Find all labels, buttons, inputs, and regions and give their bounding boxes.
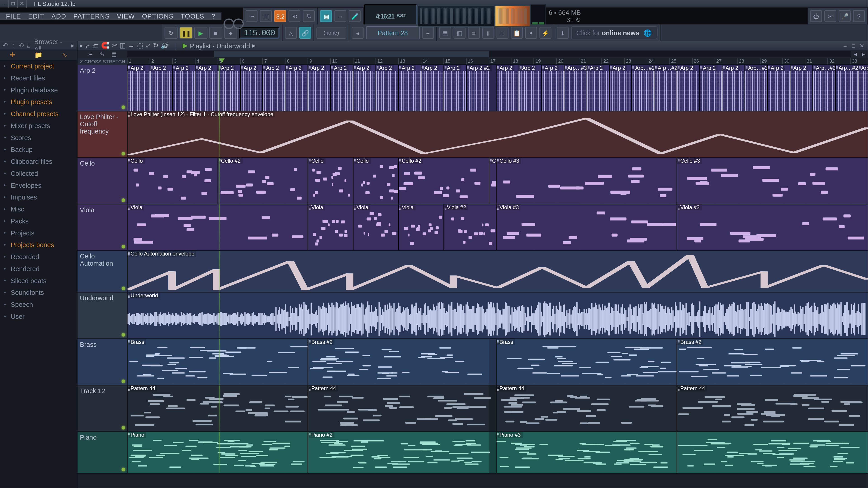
tag-icon[interactable]: 🏷 xyxy=(92,42,99,49)
clip[interactable]: Arp 2 xyxy=(150,65,172,111)
browser-item[interactable]: Plugin presets xyxy=(0,96,77,108)
browser-item[interactable]: Collected xyxy=(0,167,77,180)
browser-item[interactable]: Channel presets xyxy=(0,108,77,120)
clip[interactable]: Viola xyxy=(398,204,443,250)
playlist-home-icon[interactable]: ⌂ xyxy=(86,42,90,49)
sel2-icon[interactable]: ⬚ xyxy=(137,42,143,50)
clip[interactable]: Piano xyxy=(127,432,308,473)
clip[interactable]: Arp 2 xyxy=(677,65,700,111)
prev-pattern-button[interactable]: ◂ xyxy=(351,27,364,39)
browser-wave-icon[interactable]: ∿ xyxy=(62,51,67,59)
playlist-minimap[interactable] xyxy=(127,51,851,57)
clip[interactable]: Arp 2 xyxy=(172,65,195,111)
clip[interactable]: Viola #3 xyxy=(677,204,868,250)
clip[interactable]: Arp 2 xyxy=(398,65,421,111)
track-mute-dot[interactable] xyxy=(122,105,125,109)
mode-c-icon[interactable]: ▤ xyxy=(110,50,119,59)
mode-a-icon[interactable]: ⫘ xyxy=(86,50,94,59)
power-button[interactable]: ⏻ xyxy=(810,10,822,22)
clip[interactable]: Brass #2 xyxy=(677,339,868,385)
visualizer-spectrum[interactable] xyxy=(417,5,495,27)
track-header[interactable]: Brass xyxy=(78,339,127,385)
browser-item[interactable]: Current project xyxy=(0,60,77,72)
clip[interactable]: Cello xyxy=(127,158,217,204)
view-plugin-button[interactable]: 🧪 xyxy=(349,10,361,22)
playlist-menu-icon[interactable]: ▸ xyxy=(80,42,84,50)
clip[interactable]: Cello #2 xyxy=(217,158,308,204)
track-header[interactable]: Track 12 xyxy=(78,385,127,431)
next-pattern-button[interactable]: + xyxy=(422,27,434,39)
view-next-button[interactable]: → xyxy=(335,10,347,22)
clip[interactable]: Arp 2 xyxy=(443,65,466,111)
clip[interactable]: Pattern 44 xyxy=(496,385,677,431)
view-channelrack-button[interactable]: ▤ xyxy=(439,27,451,39)
menu-file[interactable]: FILE xyxy=(2,12,25,20)
snap-selector[interactable]: (none) xyxy=(316,27,346,39)
clip[interactable]: Arp 2 xyxy=(700,65,722,111)
track-lane[interactable]: PianoPiano #2Piano #3 xyxy=(127,432,868,473)
browser-item[interactable]: Sliced beats xyxy=(0,275,77,287)
sel-icon[interactable]: ◫ xyxy=(120,42,125,50)
track-header[interactable]: Cello xyxy=(78,158,127,204)
clip[interactable]: Arp 2 xyxy=(353,65,375,111)
track-lane[interactable]: Arp 2Arp 2Arp 2Arp 2Arp 2Arp 2Arp 2Arp 2… xyxy=(127,65,868,111)
browser-item[interactable]: Mixer presets xyxy=(0,120,77,132)
clip[interactable]: Cello Automation envelope xyxy=(127,251,868,292)
browser-item[interactable]: Misc xyxy=(0,203,77,215)
pattern-selector[interactable]: Pattern 28 xyxy=(366,26,420,39)
track-mute-dot[interactable] xyxy=(122,468,125,471)
magnet-icon[interactable]: 🧲 xyxy=(101,42,110,50)
clip[interactable]: Brass #2 xyxy=(308,339,489,385)
tool-misc-button[interactable]: ✦ xyxy=(525,27,537,39)
clip[interactable]: Arp…#3 xyxy=(745,65,767,111)
browser-item[interactable]: Plugin database xyxy=(0,84,77,96)
news-link[interactable]: Click for online news 🌐 xyxy=(571,26,657,39)
stop-button[interactable]: ■ xyxy=(209,27,222,39)
playlist-more-icon[interactable]: ▸ xyxy=(252,42,256,50)
track-mute-dot[interactable] xyxy=(122,287,125,290)
clip[interactable]: Arp 2 xyxy=(541,65,564,111)
speaker-icon[interactable]: 🔊 xyxy=(161,42,169,50)
playlist-tracks[interactable]: Arp 2Arp 2Arp 2Arp 2Arp 2Arp 2Arp 2Arp 2… xyxy=(78,65,868,488)
browser-item[interactable]: Soundfonts xyxy=(0,287,77,298)
browser-item[interactable]: Envelopes xyxy=(0,180,77,191)
menu-options[interactable]: OPTIONS xyxy=(138,12,177,20)
arrows-icon[interactable]: ↔ xyxy=(128,42,134,49)
browser-item[interactable]: Speech xyxy=(0,298,77,311)
clip[interactable]: Arp 2 xyxy=(790,65,812,111)
clip[interactable]: Love Philter (Insert 12) - Filter 1 - Cu… xyxy=(127,111,868,157)
browser-back-icon[interactable]: ↶ xyxy=(2,42,8,48)
track-lane[interactable]: Pattern 44Pattern 44Pattern 44Pattern 44 xyxy=(127,385,868,431)
minimap-viewport[interactable] xyxy=(214,51,489,57)
browser-item[interactable]: Scores xyxy=(0,132,77,144)
clip[interactable]: Arp 2 xyxy=(263,65,285,111)
clip[interactable]: Cello xyxy=(353,158,398,204)
browser-refresh-icon[interactable]: ⟲ xyxy=(18,42,24,48)
view-mixer2-button[interactable]: ⫼ xyxy=(496,27,508,39)
clip[interactable]: Cello #2 xyxy=(398,158,489,204)
menu-add[interactable]: ADD xyxy=(48,12,70,20)
help-button[interactable]: ? xyxy=(853,10,865,22)
sync-a-button[interactable]: ⤳ xyxy=(246,10,258,22)
zoom-icon[interactable]: ⤢ xyxy=(145,42,151,50)
sync-d-button[interactable]: ⧉ xyxy=(303,10,315,22)
sync-c-button[interactable]: ⟲ xyxy=(289,10,301,22)
track-mute-dot[interactable] xyxy=(122,245,125,249)
track-mute-dot[interactable] xyxy=(122,333,125,337)
clip[interactable]: Arp 2 xyxy=(375,65,398,111)
track-header[interactable]: Underworld xyxy=(78,293,127,338)
pl-play-icon[interactable]: ▶ xyxy=(183,42,187,50)
browser-item[interactable]: Backup xyxy=(0,144,77,156)
browser-search-icon[interactable]: ⌕ xyxy=(26,42,32,48)
browser-item[interactable]: User xyxy=(0,311,77,322)
track-lane[interactable]: Underworld xyxy=(127,293,868,338)
ruler-mode-label[interactable]: Z-CROSS STRETCH xyxy=(78,58,127,65)
clip[interactable]: Arp 2 #2 xyxy=(466,65,489,111)
clip[interactable]: Arp…#2 xyxy=(631,65,654,111)
clip[interactable]: Arp 2 xyxy=(240,65,263,111)
pause-button[interactable]: ❚❚ xyxy=(180,27,193,39)
track-mute-dot[interactable] xyxy=(122,152,125,156)
clip[interactable]: Arp 2 xyxy=(127,65,150,111)
clip[interactable]: Piano #2 xyxy=(308,432,489,473)
clip[interactable]: Pattern 44 xyxy=(677,385,868,431)
